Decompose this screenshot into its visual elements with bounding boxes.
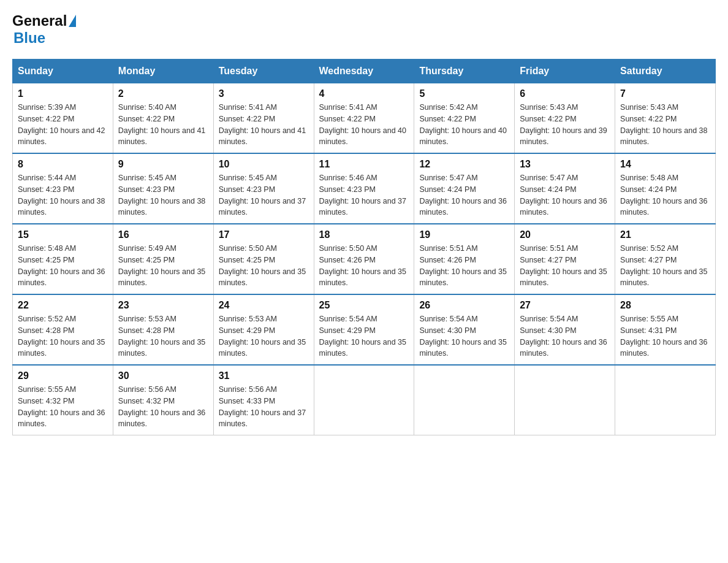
calendar-cell	[414, 365, 515, 435]
calendar-cell: 9Sunrise: 5:45 AMSunset: 4:23 PMDaylight…	[113, 153, 213, 224]
calendar-cell: 10Sunrise: 5:45 AMSunset: 4:23 PMDayligh…	[213, 153, 314, 224]
day-info: Sunrise: 5:48 AMSunset: 4:25 PMDaylight:…	[18, 243, 108, 289]
day-number: 11	[319, 159, 409, 170]
calendar-cell	[314, 365, 414, 435]
calendar-cell: 7Sunrise: 5:43 AMSunset: 4:22 PMDaylight…	[615, 83, 716, 154]
day-number: 14	[620, 159, 710, 170]
day-info: Sunrise: 5:45 AMSunset: 4:23 PMDaylight:…	[118, 172, 208, 218]
calendar-cell: 23Sunrise: 5:53 AMSunset: 4:28 PMDayligh…	[113, 294, 213, 365]
day-number: 10	[219, 159, 309, 170]
day-info: Sunrise: 5:47 AMSunset: 4:24 PMDaylight:…	[419, 172, 509, 218]
day-number: 25	[319, 300, 409, 311]
day-info: Sunrise: 5:55 AMSunset: 4:31 PMDaylight:…	[620, 313, 710, 359]
day-number: 26	[419, 300, 509, 311]
day-info: Sunrise: 5:47 AMSunset: 4:24 PMDaylight:…	[520, 172, 610, 218]
day-number: 19	[419, 229, 509, 240]
calendar-cell: 26Sunrise: 5:54 AMSunset: 4:30 PMDayligh…	[414, 294, 515, 365]
day-info: Sunrise: 5:53 AMSunset: 4:28 PMDaylight:…	[118, 313, 208, 359]
calendar-cell: 13Sunrise: 5:47 AMSunset: 4:24 PMDayligh…	[515, 153, 615, 224]
calendar-week-row: 22Sunrise: 5:52 AMSunset: 4:28 PMDayligh…	[13, 294, 716, 365]
calendar-week-row: 1Sunrise: 5:39 AMSunset: 4:22 PMDaylight…	[13, 83, 716, 154]
logo-blue-text: Blue	[13, 29, 45, 47]
day-number: 12	[419, 159, 509, 170]
day-info: Sunrise: 5:51 AMSunset: 4:27 PMDaylight:…	[520, 243, 610, 289]
day-info: Sunrise: 5:49 AMSunset: 4:25 PMDaylight:…	[118, 243, 208, 289]
header-wednesday: Wednesday	[314, 59, 414, 83]
calendar-cell: 15Sunrise: 5:48 AMSunset: 4:25 PMDayligh…	[13, 224, 113, 294]
day-number: 24	[219, 300, 309, 311]
calendar-cell: 31Sunrise: 5:56 AMSunset: 4:33 PMDayligh…	[213, 365, 314, 435]
header-friday: Friday	[515, 59, 615, 83]
header-saturday: Saturday	[615, 59, 716, 83]
calendar-cell: 8Sunrise: 5:44 AMSunset: 4:23 PMDaylight…	[13, 153, 113, 224]
header-thursday: Thursday	[414, 59, 515, 83]
day-info: Sunrise: 5:41 AMSunset: 4:22 PMDaylight:…	[319, 102, 409, 148]
calendar-cell: 17Sunrise: 5:50 AMSunset: 4:25 PMDayligh…	[213, 224, 314, 294]
day-number: 8	[18, 159, 108, 170]
day-info: Sunrise: 5:52 AMSunset: 4:27 PMDaylight:…	[620, 243, 710, 289]
day-info: Sunrise: 5:48 AMSunset: 4:24 PMDaylight:…	[620, 172, 710, 218]
page-header: General Blue	[12, 12, 716, 47]
day-info: Sunrise: 5:55 AMSunset: 4:32 PMDaylight:…	[18, 384, 108, 430]
header-tuesday: Tuesday	[213, 59, 314, 83]
day-number: 27	[520, 300, 610, 311]
calendar-cell: 3Sunrise: 5:41 AMSunset: 4:22 PMDaylight…	[213, 83, 314, 154]
day-number: 30	[118, 370, 208, 381]
day-info: Sunrise: 5:43 AMSunset: 4:22 PMDaylight:…	[520, 102, 610, 148]
calendar-cell: 6Sunrise: 5:43 AMSunset: 4:22 PMDaylight…	[515, 83, 615, 154]
calendar-cell	[515, 365, 615, 435]
day-number: 1	[18, 88, 108, 99]
calendar-week-row: 29Sunrise: 5:55 AMSunset: 4:32 PMDayligh…	[13, 365, 716, 435]
calendar-cell: 18Sunrise: 5:50 AMSunset: 4:26 PMDayligh…	[314, 224, 414, 294]
calendar-cell: 2Sunrise: 5:40 AMSunset: 4:22 PMDaylight…	[113, 83, 213, 154]
day-info: Sunrise: 5:43 AMSunset: 4:22 PMDaylight:…	[620, 102, 710, 148]
day-number: 20	[520, 229, 610, 240]
calendar-cell: 27Sunrise: 5:54 AMSunset: 4:30 PMDayligh…	[515, 294, 615, 365]
day-number: 7	[620, 88, 710, 99]
day-number: 23	[118, 300, 208, 311]
logo-general-text: General	[12, 12, 67, 29]
logo: General Blue	[12, 12, 76, 47]
header-monday: Monday	[113, 59, 213, 83]
day-number: 5	[419, 88, 509, 99]
day-number: 31	[219, 370, 309, 381]
calendar-cell: 11Sunrise: 5:46 AMSunset: 4:23 PMDayligh…	[314, 153, 414, 224]
calendar-cell: 19Sunrise: 5:51 AMSunset: 4:26 PMDayligh…	[414, 224, 515, 294]
day-number: 3	[219, 88, 309, 99]
calendar-cell: 20Sunrise: 5:51 AMSunset: 4:27 PMDayligh…	[515, 224, 615, 294]
day-info: Sunrise: 5:41 AMSunset: 4:22 PMDaylight:…	[219, 102, 309, 148]
day-info: Sunrise: 5:39 AMSunset: 4:22 PMDaylight:…	[18, 102, 108, 148]
calendar-week-row: 15Sunrise: 5:48 AMSunset: 4:25 PMDayligh…	[13, 224, 716, 294]
header-sunday: Sunday	[13, 59, 113, 83]
day-number: 2	[118, 88, 208, 99]
day-number: 18	[319, 229, 409, 240]
day-number: 21	[620, 229, 710, 240]
day-info: Sunrise: 5:54 AMSunset: 4:30 PMDaylight:…	[520, 313, 610, 359]
day-info: Sunrise: 5:54 AMSunset: 4:30 PMDaylight:…	[419, 313, 509, 359]
day-number: 29	[18, 370, 108, 381]
day-info: Sunrise: 5:46 AMSunset: 4:23 PMDaylight:…	[319, 172, 409, 218]
day-info: Sunrise: 5:54 AMSunset: 4:29 PMDaylight:…	[319, 313, 409, 359]
calendar-week-row: 8Sunrise: 5:44 AMSunset: 4:23 PMDaylight…	[13, 153, 716, 224]
calendar-table: Sunday Monday Tuesday Wednesday Thursday…	[12, 59, 716, 435]
day-number: 16	[118, 229, 208, 240]
calendar-cell: 25Sunrise: 5:54 AMSunset: 4:29 PMDayligh…	[314, 294, 414, 365]
day-info: Sunrise: 5:51 AMSunset: 4:26 PMDaylight:…	[419, 243, 509, 289]
calendar-cell: 24Sunrise: 5:53 AMSunset: 4:29 PMDayligh…	[213, 294, 314, 365]
day-number: 4	[319, 88, 409, 99]
calendar-cell: 21Sunrise: 5:52 AMSunset: 4:27 PMDayligh…	[615, 224, 716, 294]
calendar-cell: 14Sunrise: 5:48 AMSunset: 4:24 PMDayligh…	[615, 153, 716, 224]
day-number: 9	[118, 159, 208, 170]
day-number: 13	[520, 159, 610, 170]
day-info: Sunrise: 5:50 AMSunset: 4:26 PMDaylight:…	[319, 243, 409, 289]
day-info: Sunrise: 5:53 AMSunset: 4:29 PMDaylight:…	[219, 313, 309, 359]
calendar-cell: 12Sunrise: 5:47 AMSunset: 4:24 PMDayligh…	[414, 153, 515, 224]
day-info: Sunrise: 5:42 AMSunset: 4:22 PMDaylight:…	[419, 102, 509, 148]
day-info: Sunrise: 5:40 AMSunset: 4:22 PMDaylight:…	[118, 102, 208, 148]
day-number: 22	[18, 300, 108, 311]
calendar-cell: 16Sunrise: 5:49 AMSunset: 4:25 PMDayligh…	[113, 224, 213, 294]
calendar-cell: 5Sunrise: 5:42 AMSunset: 4:22 PMDaylight…	[414, 83, 515, 154]
day-info: Sunrise: 5:56 AMSunset: 4:33 PMDaylight:…	[219, 384, 309, 430]
day-number: 6	[520, 88, 610, 99]
weekday-header-row: Sunday Monday Tuesday Wednesday Thursday…	[13, 59, 716, 83]
